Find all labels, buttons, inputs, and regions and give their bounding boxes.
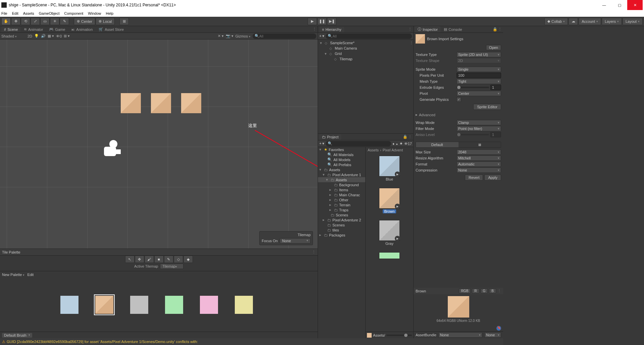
new-palette-dropdown[interactable]: New Palette	[2, 273, 24, 277]
play-button[interactable]: ▶	[308, 18, 317, 25]
project-menu-icon[interactable]: ⋮	[408, 135, 412, 139]
project-tree-item[interactable]: 🗀tiles	[318, 227, 365, 232]
menu-window[interactable]: Window	[88, 11, 101, 15]
tp-fill-tool[interactable]: ◆	[183, 256, 193, 263]
hierarchy-create-dropdown[interactable]: + ▾	[319, 34, 324, 38]
scene-fx-icon[interactable]: ▦ ▾	[48, 34, 54, 38]
project-star-icon[interactable]: ★	[399, 141, 403, 146]
palette-tile-gray[interactable]	[130, 296, 148, 314]
project-zoom-slider[interactable]	[386, 335, 412, 336]
scene-tile[interactable]	[181, 93, 201, 113]
tp-box-tool[interactable]: ■	[154, 256, 164, 263]
palette-tile-green[interactable]	[165, 296, 183, 314]
tab-animation[interactable]: ⏯ Animation	[68, 27, 95, 32]
menu-assets[interactable]: Assets	[23, 11, 34, 15]
project-filter-icon[interactable]: ♦	[392, 142, 394, 146]
active-tilemap-dropdown[interactable]: Tilemap	[160, 264, 183, 269]
sprite-editor-button[interactable]: Sprite Editor	[473, 104, 501, 110]
scene-tile[interactable]	[121, 93, 141, 113]
pivot-center-button[interactable]: ⊕ Center	[74, 18, 95, 25]
pivot-local-button[interactable]: ⊗ Local	[96, 18, 115, 25]
hierarchy-item[interactable]: ▾Grid	[318, 51, 413, 56]
platform-default-tab[interactable]: Default	[416, 142, 459, 147]
scene-tile[interactable]	[151, 93, 171, 113]
scene-tools-icon[interactable]: ✕ ▾	[218, 34, 224, 38]
project-tree-item[interactable]: 🔍All Prefabs	[318, 162, 365, 167]
palette-tile-pink[interactable]	[200, 296, 218, 314]
project-tree-item[interactable]: ▾🗀Assets	[318, 167, 365, 172]
sprite-mode-dropdown[interactable]: Single	[457, 67, 501, 72]
gizmos-dropdown[interactable]: Gizmos	[235, 34, 251, 38]
filter-mode-dropdown[interactable]: Point (no filter)	[457, 126, 501, 131]
generate-physics-checkbox[interactable]: ✓	[457, 97, 461, 102]
cloud-button[interactable]: ☁	[569, 18, 578, 25]
menu-component[interactable]: Component	[64, 11, 83, 15]
scene-search[interactable]: 🔍 All	[253, 33, 316, 39]
texture-type-dropdown[interactable]: Sprite (2D and UI)	[457, 52, 501, 57]
step-button[interactable]: ▶❚	[327, 18, 336, 25]
tab-animator[interactable]: ≋ Animator	[21, 26, 46, 32]
transform-tool-button[interactable]: ✳	[50, 18, 59, 25]
project-tree-item[interactable]: 🔍All Materials	[318, 152, 365, 157]
tp-eraser-tool[interactable]: ◇	[174, 256, 183, 263]
layers-dropdown[interactable]: Layers	[602, 18, 622, 25]
project-tree-item[interactable]: 🗀Background	[318, 182, 365, 187]
scale-tool-button[interactable]: ⤢	[31, 18, 40, 25]
project-tree-item[interactable]: ▸🗀Terrain	[318, 202, 365, 207]
tp-move-tool[interactable]: ✥	[135, 256, 144, 263]
resize-algo-dropdown[interactable]: Mitchell	[457, 155, 501, 161]
rotate-tool-button[interactable]: ⟲	[21, 18, 30, 25]
move-tool-button[interactable]: ✥	[11, 18, 20, 25]
project-breadcrumb[interactable]: Assets › Pixel Advent	[366, 147, 413, 153]
hierarchy-item[interactable]: ▾SampleScene*⋮	[318, 40, 413, 46]
channel-g[interactable]: G	[481, 288, 488, 293]
hierarchy-item[interactable]: Tilemap	[318, 56, 413, 62]
brush-dropdown[interactable]: Default Brush	[2, 333, 32, 338]
project-asset[interactable]: ▶Brown	[379, 188, 400, 213]
tab-hierarchy[interactable]: ≡ Hierarchy	[319, 27, 344, 32]
revert-button[interactable]: Revert	[465, 175, 483, 181]
assetbundle-variant-dropdown[interactable]: None	[484, 332, 501, 338]
channel-b[interactable]: B	[489, 288, 496, 293]
project-lock-icon[interactable]: 🔒	[403, 135, 408, 139]
collab-dropdown[interactable]: ◆ Collab	[544, 18, 568, 25]
menu-file[interactable]: File	[1, 11, 7, 15]
ppu-field[interactable]: 100	[457, 73, 501, 78]
scene-audio-icon[interactable]: 🔊	[41, 34, 46, 38]
camera-gizmo[interactable]	[104, 140, 127, 157]
minimize-button[interactable]: —	[596, 0, 612, 10]
project-search[interactable]: 🔍	[326, 141, 391, 146]
tab-game[interactable]: 🎮 Game	[46, 26, 68, 32]
format-dropdown[interactable]: Automatic	[457, 161, 501, 167]
inspector-lock-icon[interactable]: 🔒	[493, 27, 497, 31]
tab-asset-store[interactable]: 🛒 Asset Store	[96, 26, 126, 32]
custom-tool-button[interactable]: ✎	[60, 18, 69, 25]
preview-menu-icon[interactable]: ⋮	[497, 289, 501, 293]
scene-light-icon[interactable]: 💡	[34, 34, 39, 38]
mesh-type-dropdown[interactable]: Tight	[457, 79, 501, 84]
project-hidden-icon[interactable]: 👁17	[404, 142, 412, 146]
palette-grid[interactable]	[0, 278, 318, 332]
account-dropdown[interactable]: Account	[579, 18, 601, 25]
scene-2d-toggle[interactable]: 2D	[28, 34, 32, 38]
menu-gameobject[interactable]: GameObject	[39, 11, 60, 15]
project-asset[interactable]: ▶Gray	[379, 220, 400, 246]
tab-console[interactable]: ▤ Console	[441, 26, 465, 32]
hierarchy-item[interactable]: Main Camera	[318, 46, 413, 51]
extrude-slider[interactable]	[457, 87, 489, 88]
project-tree-item[interactable]: ▾🗀Pixel Adventure 1	[318, 172, 365, 177]
project-tree-item[interactable]: ▸🗀Packages	[318, 232, 365, 237]
shading-dropdown[interactable]: Shaded	[1, 34, 17, 38]
tab-scene[interactable]: # Scene	[1, 27, 20, 32]
hierarchy-search[interactable]: 🔍 All	[326, 33, 412, 39]
pivot-dropdown[interactable]: Center	[457, 91, 501, 96]
scene-grid-icon[interactable]: ⊞ ▾	[64, 34, 70, 38]
project-tree-item[interactable]: ▸🗀Items	[318, 187, 365, 192]
tp-select-tool[interactable]: ↖	[125, 256, 135, 263]
scene-view[interactable]: 这里 Tilemap Focus On None	[0, 40, 318, 249]
close-button[interactable]: ✕	[627, 0, 643, 10]
pause-button[interactable]: ❚❚	[317, 18, 327, 25]
scene-hidden-icon[interactable]: 👁0	[56, 34, 62, 38]
max-size-dropdown[interactable]: 2048	[457, 149, 501, 155]
platform-standalone-tab[interactable]: 🖥	[459, 142, 501, 147]
